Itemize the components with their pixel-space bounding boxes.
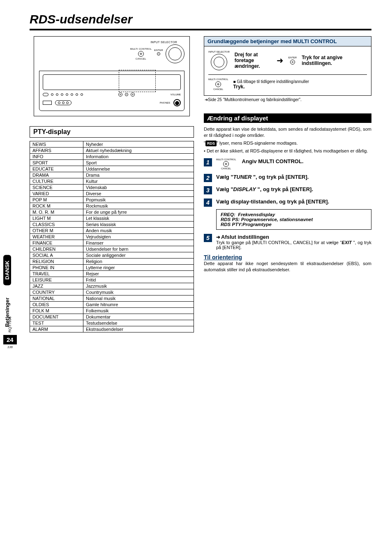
pty-code: INFO [30,154,83,160]
pty-description: Kultur [83,178,194,185]
pty-code: EDUCATE [30,166,83,172]
step-number-icon: 2 [204,174,212,182]
table-row: NATIONALNational musik [30,295,194,302]
orientation-body: Dette apparat har ikke noget sendesystem… [204,261,371,273]
phones-label: PHONES [160,102,170,104]
table-row: FOLK MFolkemusik [30,308,194,314]
table-row: WEATHERVejrudsigten [30,234,194,240]
pty-code: M. O. R. M [30,209,83,215]
orientation-heading: Til orientering [204,254,371,261]
pty-code: NEWS [30,141,83,148]
input-selector-knob-icon [166,44,184,63]
pty-description: Rockmusik [83,203,194,209]
page-title: RDS-udsendelser [30,12,392,26]
pty-description: Sport [83,160,194,166]
pty-table: NEWSNyhederAFFAIRSAktuel nyhedsdækningIN… [30,141,194,332]
table-row: OTHER MAnden musik [30,228,194,234]
pty-code: CULTURE [30,178,83,185]
step-5-body: Tryk to gange på [MULTI CONTROL, CANCEL]… [216,240,371,250]
display-strip [43,74,181,90]
multi-control-knob-icon [215,81,221,87]
table-row: EDUCATEUddannelse [30,166,194,172]
input-selector-knob-icon [211,54,227,70]
volume-label: VOLUME [171,93,181,96]
pty-description: Nyheder [83,141,194,148]
pty-description: Popmusik [83,197,194,203]
pty-description: Folkemusik [83,308,194,314]
pty-code: LEISURE [30,277,83,283]
multi-control-small-label: MULTI CONTROL [208,78,228,81]
step-number-icon: 3 [204,186,212,194]
pty-description: Seriøs klassisk [83,222,194,228]
table-row: SPORTSport [30,160,194,166]
table-row: VARIEDDiverse [30,191,194,197]
pty-code: TEST [30,320,83,326]
arrow-right-icon: ➜ [216,234,220,240]
pty-code: PHONE IN [30,265,83,271]
table-row: FINANCEFinanser [30,240,194,246]
input-selector-small-label: INPUT SELECTOR [208,51,230,53]
panel-dot-icon [61,93,63,96]
pty-description: Lytterne ringer [83,265,194,271]
panel-dot-icon [71,93,73,96]
pty-description: Diverse [83,191,194,197]
title-rule [30,29,371,30]
multi-control-heading: Grundlæggende betjeninger med MULTI CONT… [204,37,371,46]
turn-instruction: Drej for at foretage ændringer. [235,52,272,69]
reference-note: ➜Side 25 "Multikontrolmenuer og fabriksi… [205,97,371,102]
multi-control-box: Grundlæggende betjeninger med MULTI CONT… [204,36,371,96]
table-row: POP MPopmusik [30,197,194,203]
pty-code: DOCUMENT [30,314,83,320]
step-3-text: Vælg "DISPLAY ", og tryk på [ENTER]. [216,186,371,192]
cancel-tiny-label: CANCEL [221,167,231,170]
multi-control-tiny-label: MULTI CONTROL [216,158,236,161]
change-display-heading: Ændring af displayet [204,113,371,123]
pty-description: Drama [83,172,194,178]
pty-code: SOCIAL A [30,252,83,259]
table-row: TRAVELRejser [30,271,194,277]
pty-code: RELIGION [30,259,83,265]
table-row: DOCUMENTDokumentar [30,314,194,320]
step-4: 4 Vælg display-tilstanden, og tryk på [E… [204,199,371,207]
pty-code: LIGHT M [30,215,83,222]
panel-knob-icon [131,92,135,97]
table-row: M. O. R. MFor de unge på fyrre [30,209,194,215]
table-row: DRAMADrama [30,172,194,178]
panel-button-icon [43,93,48,96]
pty-code: NATIONAL [30,295,83,302]
pty-code: TRAVEL [30,271,83,277]
back-action: Tryk. [233,84,309,90]
pty-description: National musik [83,295,194,302]
press-instruction: Tryk for at angive indstillingen. [302,55,367,66]
table-row: SCIENCEVidenskab [30,185,194,191]
pty-heading: PTY-display [30,126,194,138]
pty-code: COUNTRY [30,289,83,295]
pty-description: Fritid [83,277,194,283]
page-number: 24 [3,335,17,344]
panel-dot-icon [56,93,58,96]
table-row: LEISUREFritid [30,277,194,283]
pty-description: Gamle hitnumre [83,302,194,308]
pty-code: CHILDREN [30,246,83,252]
step-2-text: Vælg "TUNER ", og tryk på [ENTER]. [216,174,371,180]
panel-jacks-icon [55,100,71,105]
table-row: CHILDRENUdsendelser for børn [30,246,194,252]
pty-description: Ekstraudsendelser [83,326,194,332]
table-row: ALARMEkstraudsendelser [30,326,194,332]
sub-page-number: 136 [3,345,17,349]
pty-description: Countrymusik [83,289,194,295]
enter-label: ENTER [154,49,163,51]
enter-small-label: ENTER [288,56,297,59]
table-row: PHONE INLytterne ringer [30,265,194,271]
panel-dot-icon [76,93,78,96]
panel-knob-icon [125,93,128,96]
multi-control-label: MULTI CONTROL [130,48,152,50]
step-number-icon: 4 [204,199,212,207]
panel-dot-icon [81,93,83,96]
panel-dot-icon [66,93,68,96]
pty-code: FINANCE [30,240,83,246]
multi-control-knob-icon [223,161,229,167]
display-modes-box: FREQ: Frekvensdisplay RDS PS: Programser… [216,209,371,230]
table-row: AFFAIRSAktuel nyhedsdækning [30,148,194,154]
document-id: RQT7996 [8,316,12,332]
